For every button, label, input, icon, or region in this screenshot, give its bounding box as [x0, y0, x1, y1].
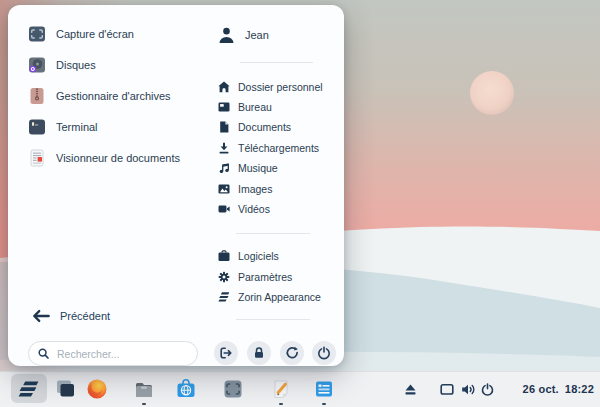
divider [240, 62, 313, 63]
divider [236, 233, 310, 234]
menu-item-label: Visionneur de documents [56, 152, 180, 164]
taskbar-item-software[interactable] [174, 377, 198, 401]
clock-time: 18:22 [565, 383, 594, 395]
menu-item-documents[interactable]: Documents [218, 119, 291, 134]
home-icon [218, 81, 230, 93]
back-label: Précédent [60, 310, 110, 322]
menu-item-label: Paramètres [238, 271, 292, 283]
taskbar-clock[interactable]: 26 oct. 18:22 [512, 371, 594, 407]
taskbar-item-text-editor[interactable] [269, 377, 293, 401]
search-icon [38, 348, 49, 359]
menu-item-home[interactable]: Dossier personnel [218, 79, 323, 94]
menu-item-label: Musique [238, 162, 278, 174]
restart-button[interactable] [280, 341, 304, 365]
menu-item-label: Bureau [238, 101, 272, 113]
user-name: Jean [245, 29, 269, 41]
screen: 26 oct. 18:22 Capture d'écran D [0, 0, 600, 407]
tray-eject-button[interactable] [403, 382, 418, 396]
menu-item-archive-manager[interactable]: Gestionnaire d'archives [28, 86, 171, 106]
archive-app-icon [28, 87, 46, 105]
menu-user[interactable]: Jean [218, 23, 269, 47]
running-indicator-text-editor [279, 403, 283, 405]
checklist-icon [312, 377, 336, 401]
text-editor-icon [269, 377, 293, 401]
disks-app-icon [28, 56, 46, 74]
screenshot-app-icon [28, 25, 46, 43]
download-icon [218, 142, 230, 154]
menu-item-terminal[interactable]: Terminal [28, 117, 98, 137]
menu-item-document-viewer[interactable]: Visionneur de documents [28, 148, 180, 168]
logout-icon [219, 346, 233, 360]
volume-icon [461, 383, 476, 396]
menu-item-label: Logiciels [238, 250, 279, 262]
eject-icon [404, 383, 417, 396]
menu-item-pictures[interactable]: Images [218, 181, 272, 196]
divider [236, 319, 310, 320]
gear-icon [218, 271, 230, 283]
screenshot-icon [221, 377, 245, 401]
tray-volume-button[interactable] [461, 382, 476, 396]
search-input[interactable] [55, 347, 189, 361]
tray-display-button[interactable] [439, 382, 454, 396]
menu-item-label: Gestionnaire d'archives [56, 90, 171, 102]
docviewer-app-icon [28, 149, 46, 167]
search-field [28, 341, 198, 366]
menu-item-label: Disques [56, 59, 96, 71]
taskbar-item-screenshot-tool[interactable] [221, 377, 245, 401]
menu-item-label: Documents [238, 121, 291, 133]
taskbar-item-files[interactable] [132, 377, 156, 401]
back-button[interactable]: Précédent [32, 307, 110, 324]
menu-item-label: Vidéos [238, 203, 270, 215]
terminal-app-icon [28, 118, 46, 136]
menu-item-disks-app[interactable]: Disques [28, 55, 96, 75]
software-store-icon [174, 377, 198, 401]
desktop-icon [218, 101, 230, 113]
menu-item-label: Terminal [56, 121, 98, 133]
logout-button[interactable] [214, 341, 238, 365]
menu-item-screenshot-app[interactable]: Capture d'écran [28, 24, 134, 44]
running-indicator-files [142, 403, 146, 405]
folder-icon [132, 377, 156, 401]
menu-item-settings[interactable]: Paramètres [218, 269, 292, 284]
menu-item-label: Dossier personnel [238, 81, 323, 93]
music-icon [218, 162, 230, 174]
menu-item-label: Images [238, 183, 272, 195]
shutdown-button[interactable] [312, 341, 336, 365]
taskbar-item-checklist[interactable] [312, 377, 336, 401]
menu-item-videos[interactable]: Vidéos [218, 201, 270, 216]
menu-item-zorin-appearance[interactable]: Zorin Appearance [218, 289, 321, 304]
restart-icon [285, 346, 299, 360]
menu-item-desktop[interactable]: Bureau [218, 99, 272, 114]
zorin-app-menu: Capture d'écran Disques Gest [8, 5, 344, 366]
lock-button[interactable] [247, 341, 271, 365]
video-icon [218, 203, 230, 215]
menu-item-label: Téléchargements [238, 142, 319, 154]
tray-power-button[interactable] [480, 382, 495, 396]
power-icon [481, 383, 494, 396]
running-indicator-checklist [322, 403, 326, 405]
menu-item-music[interactable]: Musique [218, 160, 278, 175]
windows-icon [53, 377, 77, 401]
taskbar-item-window-switcher[interactable] [53, 377, 77, 401]
lock-icon [252, 346, 266, 360]
briefcase-icon [218, 250, 230, 262]
zorin-appearance-icon [218, 291, 230, 303]
image-icon [218, 183, 230, 195]
menu-item-downloads[interactable]: Téléchargements [218, 140, 319, 155]
firefox-icon [85, 377, 109, 401]
menu-item-label: Capture d'écran [56, 28, 134, 40]
clock-date: 26 oct. [523, 383, 559, 395]
user-avatar-icon [218, 26, 235, 45]
shutdown-icon [317, 346, 331, 360]
display-icon [440, 383, 454, 396]
document-icon [218, 121, 230, 133]
taskbar-item-zorin-menu[interactable] [17, 377, 41, 401]
taskbar-item-firefox[interactable] [85, 377, 109, 401]
back-arrow-icon [32, 309, 50, 323]
menu-item-label: Zorin Appearance [238, 291, 321, 303]
zorin-logo-icon [18, 379, 40, 399]
menu-item-software[interactable]: Logiciels [218, 248, 279, 263]
